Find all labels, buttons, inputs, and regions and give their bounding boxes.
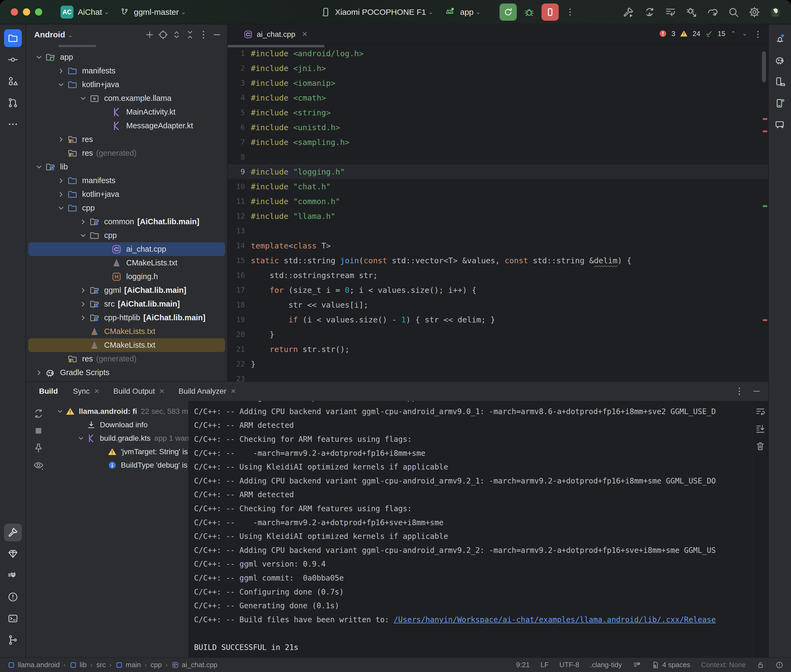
breadcrumb-item-src[interactable]: src <box>96 661 106 669</box>
tree-item-res[interactable]: res <box>28 133 225 146</box>
next-problem-button[interactable]: ⌄ <box>741 30 748 37</box>
chevron-down-icon[interactable] <box>55 80 67 89</box>
rerun-button[interactable] <box>499 3 517 21</box>
more-tools-button[interactable] <box>4 115 22 133</box>
close-icon[interactable]: ✕ <box>94 387 99 395</box>
chevron-right-icon[interactable] <box>33 368 45 377</box>
notifications-button[interactable] <box>771 30 789 48</box>
chevron-right-icon[interactable] <box>77 313 89 322</box>
tree-item-app[interactable]: app <box>28 50 225 64</box>
collapse-all-icon[interactable] <box>185 29 196 40</box>
vcs-widget[interactable]: ggml-master ⌄ <box>120 7 196 17</box>
code-line-18[interactable]: 18 str << values[i]; <box>228 298 768 312</box>
code-line-1[interactable]: 1#include <android/log.h> <box>228 46 768 61</box>
build-run-icon[interactable] <box>623 6 634 18</box>
expand-all-icon[interactable] <box>171 29 182 40</box>
code-line-12[interactable]: 12#include "llama.h" <box>228 209 768 224</box>
chevron-right-icon[interactable] <box>77 286 89 295</box>
code-line-6[interactable]: 6#include <unistd.h> <box>228 120 768 135</box>
tree-item-cmakelists-txt[interactable]: CMakeLists.txt <box>28 325 225 338</box>
code-line-16[interactable]: 16 std::ostringstream str; <box>228 268 768 283</box>
code-line-4[interactable]: 4#include <cmath> <box>228 90 768 105</box>
breadcrumb-item-cpp[interactable]: cpp <box>151 661 162 669</box>
code-line-19[interactable]: 19 if (i < values.size() - 1) { str << d… <box>228 312 768 327</box>
code-line-7[interactable]: 7#include <sampling.h> <box>228 135 768 149</box>
code-line-22[interactable]: 22} <box>228 357 768 371</box>
code-line-14[interactable]: 14template<class T> <box>228 238 768 253</box>
tree-item-cmakelists-txt[interactable]: CMakeLists.txt <box>28 256 225 270</box>
run-config-selector[interactable]: app ⌄ <box>444 6 491 18</box>
chevron-right-icon[interactable] <box>55 66 67 75</box>
error-stripe-mark[interactable] <box>763 118 767 120</box>
tree-item-cmakelists-txt[interactable]: CMakeLists.txt <box>28 338 225 352</box>
breadcrumb-item-main[interactable]: main <box>116 661 141 669</box>
tree-item-mainactivity-kt[interactable]: MainActivity.kt <box>28 105 225 119</box>
tab-build-analyzer[interactable]: Build Analyzer✕ <box>179 387 236 395</box>
plus-icon[interactable] <box>144 29 155 40</box>
clear-icon[interactable] <box>755 441 766 451</box>
editor-options-button[interactable] <box>753 30 763 39</box>
code-line-13[interactable]: 13 <box>228 224 768 238</box>
prev-problem-button[interactable]: ⌃ <box>730 30 736 37</box>
build-tree-item[interactable]: build.gradle.ktsapp 1 warning <box>51 432 188 445</box>
code-line-21[interactable]: 21 return str.str(); <box>228 342 768 357</box>
close-icon[interactable]: ✕ <box>159 387 164 395</box>
gradle-tool-button[interactable] <box>771 51 789 69</box>
tab-build-output[interactable]: Build Output✕ <box>113 387 164 395</box>
code-line-3[interactable]: 3#include <iomanip> <box>228 75 768 90</box>
tree-item-logging-h[interactable]: logging.h <box>28 270 225 283</box>
problems-button[interactable] <box>4 588 22 606</box>
code-line-5[interactable]: 5#include <string> <box>228 105 768 120</box>
project-view-selector[interactable]: Android <box>34 30 65 39</box>
line-separator[interactable]: LF <box>541 661 549 669</box>
project-widget[interactable]: AC AiChat ⌄ <box>61 6 120 19</box>
code-line-20[interactable]: 20 } <box>228 327 768 342</box>
tree-item-cpp-httplib[interactable]: cpp-httplib[AiChat.lib.main] <box>28 311 225 325</box>
running-devices-button[interactable] <box>771 94 789 112</box>
tree-item-manifests[interactable]: manifests <box>28 64 225 78</box>
bug-attach-icon[interactable] <box>685 6 697 18</box>
minus-icon[interactable] <box>212 29 222 40</box>
code-line-9[interactable]: 9#include "logging.h" <box>228 164 768 179</box>
tree-item-common[interactable]: common[AiChat.lib.main] <box>28 215 225 229</box>
breadcrumb-item-llama-android[interactable]: llama.android <box>8 661 60 669</box>
chevron-down-icon[interactable] <box>77 231 89 240</box>
terminal-button[interactable] <box>4 610 22 627</box>
build-panel-title[interactable]: Build <box>39 387 58 395</box>
tree-item-cpp[interactable]: cpp <box>28 229 225 242</box>
device-manager-button[interactable] <box>771 73 789 91</box>
tree-item-com-example-llama[interactable]: com.example.llama <box>28 91 225 105</box>
tree-item-src[interactable]: src[AiChat.lib.main] <box>28 297 225 311</box>
device-selector[interactable]: Xiaomi POCOPHONE F1 ⌄ <box>321 7 444 17</box>
lock-open-icon[interactable] <box>757 661 765 669</box>
build-tree-item[interactable]: llama.android: fi22 sec, 583 ms <box>51 405 188 418</box>
settings-icon[interactable] <box>748 6 761 18</box>
chevron-down-icon[interactable] <box>55 407 66 416</box>
tree-item-kotlin-java[interactable]: kotlin+java <box>28 187 225 201</box>
inspections-widget[interactable]: 3 24 15 ⌃ ⌄ <box>656 28 751 40</box>
pull-requests-button[interactable] <box>4 94 22 112</box>
build-tree-item[interactable]: Download info <box>51 418 188 432</box>
avatar-icon[interactable] <box>770 6 781 18</box>
chevron-down-icon[interactable] <box>75 434 87 443</box>
tab-sync[interactable]: Sync✕ <box>73 387 99 395</box>
debug-button[interactable] <box>523 6 535 18</box>
build-tree-item[interactable]: 'jvmTarget: String' is deprec <box>51 445 188 459</box>
tree-item-ai-chat-cpp[interactable]: ai_chat.cpp <box>28 242 225 256</box>
tree-item-messageadapter-kt[interactable]: MessageAdapter.kt <box>28 119 225 133</box>
close-icon[interactable]: ✕ <box>231 387 236 395</box>
stop-button[interactable] <box>542 3 559 21</box>
code-line-15[interactable]: 15static std::string join(const std::vec… <box>228 253 768 268</box>
build-options-button[interactable] <box>734 386 744 396</box>
pin-icon[interactable] <box>33 442 44 454</box>
code-line-23[interactable]: 23 <box>228 371 768 381</box>
project-tool-button[interactable] <box>4 29 22 47</box>
chevron-right-icon[interactable] <box>77 217 89 226</box>
resource-manager-button[interactable] <box>4 72 22 90</box>
tree-item-lib[interactable]: lib <box>28 160 225 174</box>
code-line-2[interactable]: 2#include <jni.h> <box>228 61 768 75</box>
kebab-icon[interactable] <box>198 29 209 40</box>
context-widget[interactable]: Context: None <box>701 661 746 669</box>
code-line-10[interactable]: 10#include "chat.h" <box>228 179 768 194</box>
locate-icon[interactable] <box>158 29 168 40</box>
